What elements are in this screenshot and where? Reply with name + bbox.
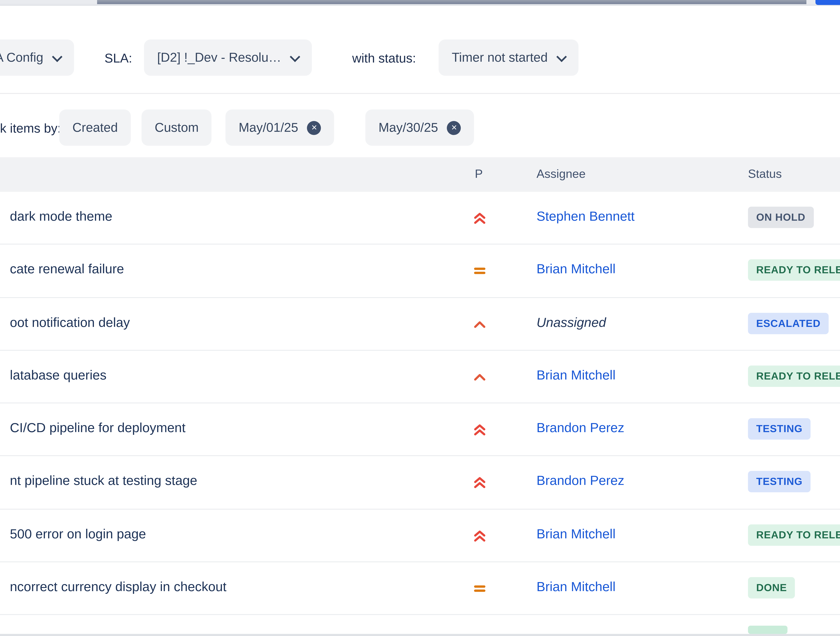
chevron-down-icon bbox=[52, 51, 62, 62]
status-badge: READY TO RELEASE bbox=[748, 524, 840, 546]
status-filter-value: Timer not started bbox=[452, 50, 548, 65]
window-edge-blue-bar bbox=[815, 0, 840, 5]
close-icon[interactable]: ✕ bbox=[307, 121, 321, 134]
work-item-summary: nt pipeline stuck at testing stage bbox=[10, 474, 197, 489]
priority-highest-icon bbox=[472, 422, 487, 437]
header-assignee: Assignee bbox=[537, 167, 586, 180]
sla-select-dropdown[interactable]: [D2] !_Dev - Resolu… bbox=[144, 40, 312, 76]
assignee-link[interactable]: Brian Mitchell bbox=[537, 368, 616, 383]
filter-chip-date-to[interactable]: May/30/25 ✕ bbox=[365, 109, 474, 146]
assignee-link[interactable]: Brandon Perez bbox=[537, 474, 624, 489]
work-item-summary: CI/CD pipeline for deployment bbox=[10, 421, 185, 436]
status-badge: TESTING bbox=[748, 471, 811, 493]
status-filter-dropdown[interactable]: Timer not started bbox=[439, 40, 578, 76]
assignee-link[interactable]: Brian Mitchell bbox=[537, 262, 616, 277]
assignee-link[interactable]: Stephen Bennett bbox=[537, 209, 635, 224]
work-item-summary: latabase queries bbox=[10, 368, 106, 383]
sla-select-value: [D2] !_Dev - Resolu… bbox=[157, 50, 281, 65]
table-body: dark mode theme Stephen Bennett ON HOLD … bbox=[0, 192, 840, 631]
status-badge: DONE bbox=[748, 577, 795, 598]
table-row[interactable]: cate renewal failure Brian Mitchell READ… bbox=[0, 245, 840, 297]
table-row[interactable]: nt pipeline stuck at testing stage Brand… bbox=[0, 457, 840, 509]
sla-config-dropdown[interactable]: A Config bbox=[0, 40, 74, 76]
screen: A Config SLA: [D2] !_Dev - Resolu… with … bbox=[0, 0, 840, 636]
header-status: Status bbox=[748, 167, 782, 180]
status-badge: READY TO RELEASE bbox=[748, 259, 840, 281]
table-row[interactable]: ncorrect currency display in checkout Br… bbox=[0, 562, 840, 615]
header-priority: P bbox=[475, 167, 483, 180]
sla-config-label: A Config bbox=[0, 50, 43, 65]
priority-medium-icon bbox=[472, 581, 487, 596]
chevron-down-icon bbox=[290, 51, 300, 62]
status-badge: READY TO RELEASE bbox=[748, 365, 840, 387]
assignee-link: Unassigned bbox=[537, 315, 606, 330]
table-row[interactable]: 500 error on login page Brian Mitchell R… bbox=[0, 509, 840, 562]
table-row[interactable]: latabase queries Brian Mitchell READY TO… bbox=[0, 351, 840, 403]
priority-high-icon bbox=[472, 316, 487, 331]
work-item-summary: oot notification delay bbox=[10, 315, 130, 330]
priority-medium-icon bbox=[472, 264, 487, 278]
assignee-link[interactable]: Brandon Perez bbox=[537, 421, 624, 436]
priority-high-icon bbox=[472, 370, 487, 384]
filter-chip-created[interactable]: Created bbox=[59, 109, 131, 146]
sla-label: SLA: bbox=[104, 51, 132, 66]
items-by-label: k items by: bbox=[0, 121, 61, 136]
priority-highest-icon bbox=[472, 476, 487, 490]
with-status-label: with status: bbox=[352, 51, 416, 66]
status-badge: ESCALATED bbox=[748, 312, 829, 334]
chevron-down-icon bbox=[556, 51, 567, 62]
work-item-summary: cate renewal failure bbox=[10, 262, 124, 277]
status-badge bbox=[748, 626, 788, 634]
toolbar-divider bbox=[0, 93, 840, 94]
card-bottom-edge bbox=[0, 633, 840, 636]
priority-highest-icon bbox=[472, 211, 487, 226]
close-icon[interactable]: ✕ bbox=[447, 121, 461, 134]
work-item-summary: dark mode theme bbox=[10, 209, 112, 224]
table-row[interactable]: dark mode theme Stephen Bennett ON HOLD bbox=[0, 192, 840, 245]
table-header: P Assignee Status bbox=[0, 157, 840, 192]
assignee-link[interactable]: Brian Mitchell bbox=[537, 580, 616, 595]
assignee-link[interactable]: Brian Mitchell bbox=[537, 527, 616, 541]
table-row[interactable]: CI/CD pipeline for deployment Brandon Pe… bbox=[0, 403, 840, 457]
table-row[interactable]: oot notification delay Unassigned ESCALA… bbox=[0, 297, 840, 351]
window-edge-bar bbox=[97, 0, 807, 4]
filter-chip-custom[interactable]: Custom bbox=[142, 109, 212, 146]
filter-chip-date-from[interactable]: May/01/25 ✕ bbox=[226, 109, 334, 146]
priority-highest-icon bbox=[472, 528, 487, 543]
work-item-summary: ncorrect currency display in checkout bbox=[10, 580, 226, 595]
status-badge: TESTING bbox=[748, 418, 811, 440]
status-badge: ON HOLD bbox=[748, 207, 814, 228]
work-item-summary: 500 error on login page bbox=[10, 527, 146, 541]
